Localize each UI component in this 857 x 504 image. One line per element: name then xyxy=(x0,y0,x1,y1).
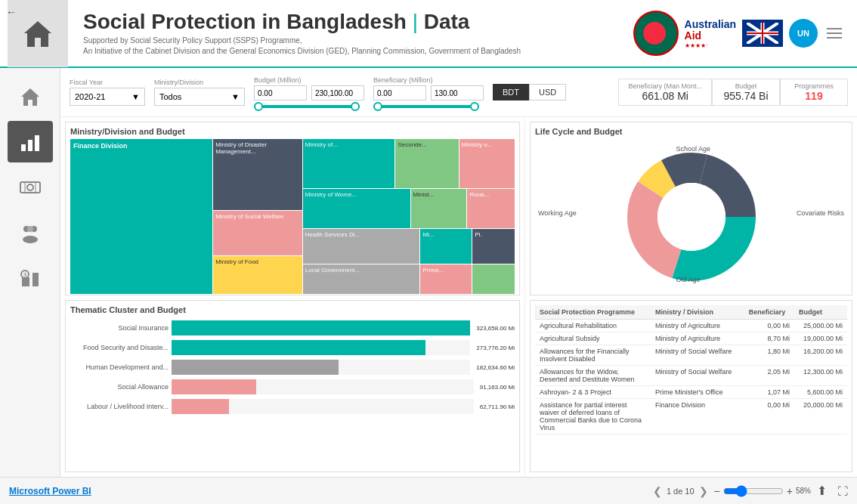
thematic-chart-title: Thematic Cluster and Budget xyxy=(70,305,515,314)
beneficiary-min-input[interactable] xyxy=(373,85,426,100)
svg-rect-12 xyxy=(21,144,26,151)
beneficiary-max-input[interactable] xyxy=(431,85,484,100)
sidebar-item-people[interactable] xyxy=(8,212,53,253)
treemap-col2: Ministry of Disaster Management... Minis… xyxy=(213,139,302,294)
budget-max-input[interactable] xyxy=(311,85,364,100)
treemap-cell-social[interactable]: Ministry of Social Welfare xyxy=(213,211,302,255)
main-title: Social Protection in Bangladesh | Data xyxy=(83,10,633,34)
share-button[interactable]: ⬆ xyxy=(817,484,827,498)
money-icon xyxy=(19,176,42,199)
thematic-bar-row: Food Security and Disaste... 273,776.20 … xyxy=(70,340,515,355)
treemap-cell-finance[interactable]: Finance Division xyxy=(70,139,212,294)
title-part1: Social Protection in Bangladesh xyxy=(83,10,407,33)
budget-stat: Budget 955.74 Bi xyxy=(712,79,780,106)
thematic-bar-row: Human Development and... 182,634.60 Mi xyxy=(70,360,515,375)
treemap-cell-prime[interactable]: Prime... xyxy=(420,264,472,294)
sidebar-item-finance[interactable]: $ xyxy=(8,257,53,298)
sidebar-item-home[interactable] xyxy=(8,76,53,117)
treemap-cell-health[interactable]: Health Services Di... xyxy=(303,229,420,264)
bangladesh-flag-logo xyxy=(633,11,679,56)
budget-min-input[interactable] xyxy=(254,85,307,100)
svg-rect-14 xyxy=(35,135,39,151)
svg-marker-11 xyxy=(21,88,39,106)
fullscreen-button[interactable]: ⛶ xyxy=(837,485,848,497)
fiscal-year-filter: Fiscal Year 2020-21 ▼ xyxy=(70,79,145,106)
bar-fill xyxy=(172,340,425,355)
home-sidebar-icon xyxy=(19,85,42,108)
treemap-cell-rural[interactable]: Rural... xyxy=(467,189,515,228)
beneficiary-slider-right-thumb[interactable] xyxy=(470,102,479,111)
home-icon-box[interactable] xyxy=(8,0,68,67)
table-row[interactable]: Assistance for partial interest waiver o… xyxy=(535,399,847,434)
svg-point-32 xyxy=(657,183,726,251)
treemap-cell-local[interactable]: Local Government... xyxy=(303,264,420,294)
bar-chart-icon xyxy=(19,131,42,153)
programmes-stat: Programmes 119 xyxy=(780,79,848,106)
budget-slider[interactable] xyxy=(254,105,360,108)
table-row[interactable]: Agricultural Rehabilitation Ministry of … xyxy=(535,320,847,332)
thematic-bar-row: Social Insurance 323,658.00 Mi xyxy=(70,320,515,335)
aus-aid-logo: Australian Aid ★★★★★ xyxy=(685,19,736,48)
prev-page-button[interactable]: ❮ xyxy=(653,485,662,497)
school-age-label: School Age xyxy=(676,145,711,153)
usd-button[interactable]: USD xyxy=(529,84,566,100)
donut-chart: School Age Covariate Risks Working Age O… xyxy=(535,139,847,286)
treemap-cell-last[interactable] xyxy=(472,264,515,294)
treemap[interactable]: Finance Division Ministry of Disaster Ma… xyxy=(70,139,515,294)
budget-filter: Budget (Million) xyxy=(254,76,364,108)
old-age-label: Old Age xyxy=(676,276,701,283)
bar-fill xyxy=(172,379,256,394)
table-scroll[interactable]: Social Protection Programme Ministry / D… xyxy=(535,305,847,467)
ministry-select[interactable]: Todos ▼ xyxy=(154,88,245,106)
aus-stars-icon: ★★★★★ xyxy=(685,42,707,48)
beneficiary-slider-left-thumb[interactable] xyxy=(373,102,382,111)
uk-flag-icon xyxy=(747,23,778,44)
table-row[interactable]: Agricultural Subsidy Ministry of Agricul… xyxy=(535,332,847,345)
zoom-controls: − + 58% xyxy=(714,485,811,497)
treemap-cell-women[interactable]: Ministry of Wome... xyxy=(303,189,410,228)
zoom-in-button[interactable]: + xyxy=(787,485,793,497)
sidebar-item-charts[interactable] xyxy=(8,121,53,162)
table-row[interactable]: Ashroyan- 2 & 3 Project Prime Minister's… xyxy=(535,386,847,399)
zoom-value: 58% xyxy=(796,487,811,495)
fiscal-year-select[interactable]: 2020-21 ▼ xyxy=(70,88,145,106)
svg-text:★★★★★: ★★★★★ xyxy=(685,42,707,48)
col-ministry: Ministry / Division xyxy=(651,305,744,320)
treemap-cell-pl[interactable]: Pl. xyxy=(472,229,515,264)
stats-boxes: Beneficiary (Man Mont... 661.08 Mi Budge… xyxy=(618,79,848,106)
bar-fill xyxy=(172,360,339,375)
treemap-cell-second[interactable]: Seconde... xyxy=(395,139,458,188)
table-row[interactable]: Allowances for the Financially Insolvent… xyxy=(535,345,847,366)
svg-point-21 xyxy=(27,226,33,232)
svg-point-16 xyxy=(27,184,33,190)
treemap-cell-mi[interactable]: Mi... xyxy=(420,229,472,264)
right-panel: Life Cycle and Budget xyxy=(524,117,857,477)
hamburger-menu[interactable] xyxy=(827,28,842,39)
zoom-out-button[interactable]: − xyxy=(714,485,720,497)
budget-slider-right-thumb[interactable] xyxy=(351,102,360,111)
back-button[interactable]: ← xyxy=(6,6,17,18)
next-page-button[interactable]: ❯ xyxy=(699,485,708,497)
powerbi-link[interactable]: Microsoft Power BI xyxy=(9,486,647,496)
ministry-chart-title: Ministry/Division and Budget xyxy=(70,127,515,136)
page-indicator: 1 de 10 xyxy=(667,487,695,496)
beneficiary-stat: Beneficiary (Man Mont... 661.08 Mi xyxy=(618,79,712,106)
treemap-cell-minist[interactable]: Minist... xyxy=(411,189,467,228)
lifecycle-chart-box: Life Cycle and Budget xyxy=(530,122,852,295)
bdt-button[interactable]: BDT xyxy=(493,84,529,100)
svg-text:$: $ xyxy=(23,271,27,278)
treemap-cell-food[interactable]: Ministry of Food xyxy=(213,256,302,294)
treemap-cell-disaster[interactable]: Ministry of Disaster Management... xyxy=(213,139,302,210)
zoom-slider[interactable] xyxy=(723,485,784,497)
table-row[interactable]: Allowances for the Widow, Deserted and D… xyxy=(535,366,847,386)
finance-icon: $ xyxy=(19,267,42,289)
thematic-bar-row: Labour / Livelihood Interv... 62,711.90 … xyxy=(70,399,515,414)
sidebar-item-money[interactable] xyxy=(8,166,53,208)
covariate-risks-label: Covariate Risks xyxy=(797,209,844,217)
treemap-cell-ministry3[interactable]: Ministry of... xyxy=(303,139,395,188)
budget-slider-left-thumb[interactable] xyxy=(254,102,263,111)
pagination: ❮ 1 de 10 ❯ xyxy=(653,485,708,497)
treemap-cell-ministry5[interactable]: Ministry o... xyxy=(459,139,515,188)
main-content: Fiscal Year 2020-21 ▼ Ministry/Division … xyxy=(60,68,857,477)
beneficiary-slider[interactable] xyxy=(373,105,479,108)
